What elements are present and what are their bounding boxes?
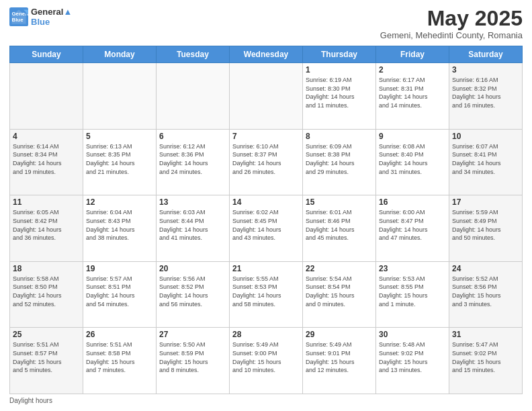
calendar-cell: 17Sunrise: 5:59 AMSunset: 8:49 PMDayligh… [449, 195, 523, 262]
day-number: 6 [159, 132, 226, 141]
weekday-tuesday: Tuesday [157, 46, 230, 63]
day-number: 19 [86, 264, 153, 273]
day-number: 5 [86, 132, 153, 141]
calendar-cell: 27Sunrise: 5:50 AMSunset: 8:59 PMDayligh… [157, 328, 230, 394]
calendar-cell: 11Sunrise: 6:05 AMSunset: 8:42 PMDayligh… [10, 195, 83, 262]
day-number: 29 [306, 330, 373, 339]
calendar-cell [83, 63, 157, 130]
day-number: 15 [306, 197, 373, 207]
calendar-cell: 21Sunrise: 5:55 AMSunset: 8:53 PMDayligh… [230, 261, 303, 328]
day-number: 3 [452, 65, 519, 75]
day-info: Sunrise: 6:17 AMSunset: 8:31 PMDaylight:… [379, 76, 446, 109]
location: Gemeni, Mehedinti County, Romania [380, 30, 523, 40]
day-number: 31 [452, 330, 519, 339]
day-info: Sunrise: 5:50 AMSunset: 8:59 PMDaylight:… [159, 340, 226, 374]
weekday-thursday: Thursday [303, 46, 376, 63]
day-info: Sunrise: 5:54 AMSunset: 8:54 PMDaylight:… [306, 275, 373, 308]
calendar-cell: 8Sunrise: 6:09 AMSunset: 8:38 PMDaylight… [303, 129, 376, 195]
day-number: 25 [13, 330, 80, 339]
day-info: Sunrise: 6:09 AMSunset: 8:38 PMDaylight:… [306, 142, 373, 176]
day-info: Sunrise: 5:58 AMSunset: 8:50 PMDaylight:… [13, 275, 80, 308]
day-info: Sunrise: 5:49 AMSunset: 9:01 PMDaylight:… [306, 340, 373, 374]
day-info: Sunrise: 5:53 AMSunset: 8:55 PMDaylight:… [379, 275, 446, 308]
week-row-2: 4Sunrise: 6:14 AMSunset: 8:34 PMDaylight… [10, 129, 523, 195]
calendar-cell: 24Sunrise: 5:52 AMSunset: 8:56 PMDayligh… [449, 261, 523, 328]
day-info: Sunrise: 6:04 AMSunset: 8:43 PMDaylight:… [86, 208, 153, 242]
calendar-table: SundayMondayTuesdayWednesdayThursdayFrid… [9, 46, 523, 394]
day-number: 26 [86, 330, 153, 339]
day-info: Sunrise: 6:02 AMSunset: 8:45 PMDaylight:… [232, 208, 300, 242]
day-info: Sunrise: 6:07 AMSunset: 8:41 PMDaylight:… [452, 142, 519, 176]
calendar-cell: 7Sunrise: 6:10 AMSunset: 8:37 PMDaylight… [230, 129, 303, 195]
calendar-cell: 9Sunrise: 6:08 AMSunset: 8:40 PMDaylight… [376, 129, 449, 195]
calendar-cell [157, 63, 230, 130]
day-number: 7 [232, 132, 300, 141]
day-info: Sunrise: 6:00 AMSunset: 8:47 PMDaylight:… [379, 208, 446, 242]
day-number: 18 [13, 264, 80, 273]
calendar-cell: 19Sunrise: 5:57 AMSunset: 8:51 PMDayligh… [83, 261, 157, 328]
weekday-friday: Friday [376, 46, 449, 63]
day-number: 4 [13, 132, 80, 141]
day-info: Sunrise: 6:13 AMSunset: 8:35 PMDaylight:… [86, 142, 153, 176]
day-number: 23 [379, 264, 446, 273]
calendar-cell: 20Sunrise: 5:56 AMSunset: 8:52 PMDayligh… [157, 261, 230, 328]
calendar-cell: 23Sunrise: 5:53 AMSunset: 8:55 PMDayligh… [376, 261, 449, 328]
day-number: 30 [379, 330, 446, 339]
day-number: 21 [232, 264, 300, 273]
day-number: 16 [379, 197, 446, 207]
logo: General Blue General▲ Blue [9, 7, 72, 27]
week-row-1: 1Sunrise: 6:19 AMSunset: 8:30 PMDaylight… [10, 63, 523, 130]
day-number: 12 [86, 197, 153, 207]
calendar-cell: 15Sunrise: 6:01 AMSunset: 8:46 PMDayligh… [303, 195, 376, 262]
weekday-saturday: Saturday [449, 46, 523, 63]
day-info: Sunrise: 5:52 AMSunset: 8:56 PMDaylight:… [452, 275, 519, 308]
day-info: Sunrise: 6:05 AMSunset: 8:42 PMDaylight:… [13, 208, 80, 242]
calendar-cell: 28Sunrise: 5:49 AMSunset: 9:00 PMDayligh… [230, 328, 303, 394]
logo-icon: General Blue [9, 7, 28, 26]
title-block: May 2025 Gemeni, Mehedinti County, Roman… [380, 7, 523, 40]
day-info: Sunrise: 6:10 AMSunset: 8:37 PMDaylight:… [232, 142, 300, 176]
svg-text:Blue: Blue [12, 17, 24, 23]
calendar-cell: 22Sunrise: 5:54 AMSunset: 8:54 PMDayligh… [303, 261, 376, 328]
calendar-cell: 30Sunrise: 5:48 AMSunset: 9:02 PMDayligh… [376, 328, 449, 394]
day-number: 9 [379, 132, 446, 141]
day-info: Sunrise: 6:14 AMSunset: 8:34 PMDaylight:… [13, 142, 80, 176]
calendar-cell: 6Sunrise: 6:12 AMSunset: 8:36 PMDaylight… [157, 129, 230, 195]
month-title: May 2025 [380, 7, 523, 30]
day-info: Sunrise: 6:16 AMSunset: 8:32 PMDaylight:… [452, 76, 519, 109]
weekday-sunday: Sunday [10, 46, 83, 63]
day-number: 24 [452, 264, 519, 273]
day-info: Sunrise: 6:03 AMSunset: 8:44 PMDaylight:… [159, 208, 226, 242]
calendar-cell: 29Sunrise: 5:49 AMSunset: 9:01 PMDayligh… [303, 328, 376, 394]
day-number: 28 [232, 330, 300, 339]
day-info: Sunrise: 5:47 AMSunset: 9:02 PMDaylight:… [452, 340, 519, 374]
calendar-cell [10, 63, 83, 130]
footer-note: Daylight hours [9, 397, 523, 404]
calendar-cell: 18Sunrise: 5:58 AMSunset: 8:50 PMDayligh… [10, 261, 83, 328]
calendar-cell: 26Sunrise: 5:51 AMSunset: 8:58 PMDayligh… [83, 328, 157, 394]
day-info: Sunrise: 5:56 AMSunset: 8:52 PMDaylight:… [159, 275, 226, 308]
day-number: 17 [452, 197, 519, 207]
calendar-cell [230, 63, 303, 130]
calendar-cell: 10Sunrise: 6:07 AMSunset: 8:41 PMDayligh… [449, 129, 523, 195]
day-number: 14 [232, 197, 300, 207]
weekday-wednesday: Wednesday [230, 46, 303, 63]
day-info: Sunrise: 5:55 AMSunset: 8:53 PMDaylight:… [232, 275, 300, 308]
calendar-cell: 2Sunrise: 6:17 AMSunset: 8:31 PMDaylight… [376, 63, 449, 130]
week-row-5: 25Sunrise: 5:51 AMSunset: 8:57 PMDayligh… [10, 328, 523, 394]
day-info: Sunrise: 6:08 AMSunset: 8:40 PMDaylight:… [379, 142, 446, 176]
day-info: Sunrise: 6:19 AMSunset: 8:30 PMDaylight:… [306, 76, 373, 109]
day-number: 8 [306, 132, 373, 141]
day-number: 2 [379, 65, 446, 75]
day-info: Sunrise: 6:01 AMSunset: 8:46 PMDaylight:… [306, 208, 373, 242]
day-info: Sunrise: 5:51 AMSunset: 8:57 PMDaylight:… [13, 340, 80, 374]
weekday-monday: Monday [83, 46, 157, 63]
day-number: 1 [306, 65, 373, 75]
day-number: 11 [13, 197, 80, 207]
day-number: 13 [159, 197, 226, 207]
calendar-cell: 13Sunrise: 6:03 AMSunset: 8:44 PMDayligh… [157, 195, 230, 262]
calendar-cell: 1Sunrise: 6:19 AMSunset: 8:30 PMDaylight… [303, 63, 376, 130]
day-number: 20 [159, 264, 226, 273]
page: General Blue General▲ Blue May 2025 Geme… [0, 0, 532, 411]
calendar-cell: 3Sunrise: 6:16 AMSunset: 8:32 PMDaylight… [449, 63, 523, 130]
